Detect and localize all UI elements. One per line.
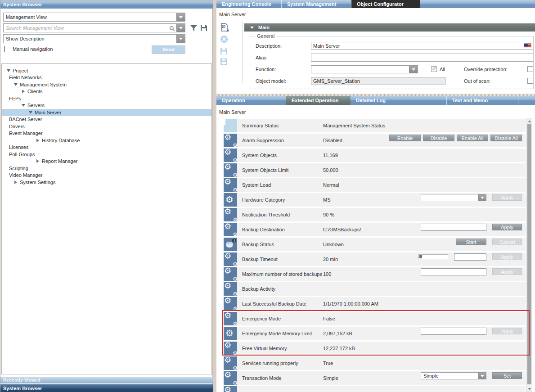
tree-item-field-networks[interactable]: Field Networks (2, 74, 211, 81)
expander-closed-icon[interactable] (20, 90, 27, 93)
slider-thumb[interactable] (419, 255, 422, 258)
backup-timeout-slider[interactable] (418, 254, 448, 259)
tree-item-report-manager[interactable]: Report Manager (2, 158, 211, 165)
tab-operation[interactable]: Operation (216, 96, 286, 105)
save-icon[interactable] (220, 47, 230, 56)
tree-item-clients[interactable]: Clients (2, 88, 211, 95)
property-row-emergency-mode[interactable]: ⚙⚙ Emergency Mode False (224, 312, 526, 325)
expander-closed-icon[interactable] (13, 180, 19, 184)
show-description-selector[interactable]: Show Description (3, 34, 185, 43)
tree-item-project[interactable]: Project (2, 67, 211, 74)
expander-open-icon[interactable] (5, 69, 12, 72)
property-row-notification-threshold[interactable]: ⚙⚙ Notification Threshold 90 % (224, 208, 526, 221)
tree-item-licenses[interactable]: Licenses (2, 144, 211, 151)
property-row-system-objects-limit[interactable]: ⚙⚙ System Objects Limit 50,000 (224, 163, 526, 177)
search-input[interactable] (4, 24, 170, 32)
property-row-hardware-category[interactable]: ⚙ Hardware Category MS Apply (224, 193, 526, 207)
out-of-scan-checkbox[interactable] (527, 78, 533, 84)
disable-all-button[interactable]: Disable All (490, 135, 522, 141)
search-box[interactable] (3, 23, 185, 32)
emergency-memory-limit-input[interactable] (421, 328, 486, 335)
expander-open-icon[interactable] (20, 104, 27, 107)
tree-item-system-settings[interactable]: System Settings (2, 179, 211, 186)
apply-button[interactable]: Apply (492, 253, 522, 260)
tab-engineering-console[interactable]: Engineering Console (216, 0, 282, 8)
cancel-edit-icon[interactable] (220, 35, 230, 44)
dropdown-button[interactable] (478, 194, 486, 201)
apply-button[interactable]: Apply (492, 268, 522, 275)
property-row-alarm-suppression[interactable]: ⚙⚙ Alarm Suppression Disabled Enable Dis… (224, 134, 526, 147)
collapse-icon[interactable] (250, 27, 254, 29)
tab-extended-operation[interactable]: Extended Operation (286, 96, 351, 105)
tree-item-bacnet-server[interactable]: BACnet Server (2, 116, 211, 123)
view-selector[interactable]: Management View (3, 13, 185, 22)
all-checkbox[interactable]: ✓ (431, 66, 437, 72)
description-input[interactable] (311, 42, 533, 50)
property-row-backup-destination[interactable]: ⚙⚙ Backup Destination C:/GMSBackups/ App… (224, 223, 526, 236)
tab-text-and-memo[interactable]: Text and Memo (447, 96, 518, 105)
property-row-backup-timeout[interactable]: ⚙⚙ Backup Timeout 20 min Apply (224, 252, 526, 266)
send-button[interactable]: Send (152, 45, 185, 54)
tree-item-main-server[interactable]: Main Server (2, 109, 211, 116)
expander-closed-icon[interactable] (35, 139, 41, 142)
tree-item-scripting[interactable]: Scripting (2, 165, 211, 172)
property-row-services-running-properly[interactable]: ⚙⚙ Services running properly True (224, 356, 526, 370)
tree-item-history-database[interactable]: History Database (2, 137, 211, 144)
tree-item-video-manager[interactable]: Video Manager (2, 172, 211, 179)
tree-item-drivers[interactable]: Drivers (2, 123, 211, 130)
property-row-last-successful-backup[interactable]: ⚙⚙ Last Successful Backup Date 1/1/1970 … (224, 297, 526, 311)
property-row-backup-activity[interactable]: ⚙⚙ Backup Activity (224, 282, 526, 296)
expander-closed-icon[interactable] (35, 159, 41, 163)
scroll-down-button[interactable] (527, 386, 532, 392)
dropdown-button[interactable] (478, 373, 486, 379)
search-icon[interactable] (170, 26, 174, 30)
property-row-max-stored-backups[interactable]: ⚙⚙ Maximum number of stored backups 100 … (224, 267, 526, 281)
save-view-icon[interactable] (200, 24, 207, 32)
enable-all-button[interactable]: Enable All (457, 135, 488, 141)
tree-item-management-system[interactable]: Management System (2, 81, 211, 88)
apply-button[interactable]: Apply (492, 224, 522, 230)
property-row-system-objects[interactable]: ⚙⚙ System Objects 11,169 (224, 149, 526, 162)
export-object-icon[interactable] (220, 23, 230, 32)
backup-destination-input[interactable] (421, 224, 486, 231)
disable-button[interactable]: Disable (423, 135, 454, 141)
function-dropdown-button[interactable] (409, 66, 418, 73)
apply-button[interactable]: Apply (492, 194, 522, 201)
backup-timeout-input[interactable] (454, 253, 486, 261)
cancel-button[interactable]: Cancel (492, 239, 522, 245)
hardware-category-selector[interactable] (421, 194, 486, 201)
expander-open-icon[interactable] (27, 111, 34, 114)
expander-open-icon[interactable] (13, 83, 19, 86)
manual-navigation-checkbox[interactable] (4, 46, 5, 52)
start-button[interactable]: Start (456, 239, 486, 245)
property-row-transaction-mode[interactable]: ⚙⚙ Transaction Mode Simple Simple Set (224, 371, 526, 385)
search-dropdown-button[interactable] (176, 24, 185, 32)
alias-input[interactable] (311, 54, 533, 62)
property-row-system-load[interactable]: ⚙⚙ System Load Normal (224, 178, 526, 192)
tab-detailed-log[interactable]: Detailed Log (351, 96, 447, 105)
property-row-free-virtual-memory[interactable]: ⚙⚙ Free Virtual Memory 12,237,172 kB (224, 342, 526, 355)
recently-viewed-bar[interactable]: Recently Viewed (0, 377, 213, 383)
tree-item-feps[interactable]: FEPs (2, 95, 211, 102)
tree-item-poll-groups[interactable]: Poll Groups (2, 151, 211, 158)
tree-item-servers[interactable]: Servers (2, 102, 211, 109)
tree-item-event-manager[interactable]: Event Manager (2, 130, 211, 137)
vertical-scrollbar[interactable] (526, 118, 532, 392)
save-all-icon[interactable] (220, 58, 230, 67)
show-description-dropdown-button[interactable] (176, 35, 185, 43)
filter-icon[interactable] (190, 24, 198, 32)
tab-object-configurator[interactable]: Object Configurator (351, 0, 420, 8)
property-row-summary-status[interactable]: Summary Status Management System Status (224, 119, 526, 132)
override-protection-checkbox[interactable] (527, 66, 533, 72)
property-row-backup-status[interactable]: ! Backup Status Unknown Start Cancel (224, 238, 526, 251)
set-button[interactable]: Set (492, 372, 522, 379)
max-backups-input[interactable] (421, 268, 486, 275)
property-row-emergency-mode-memory-limit[interactable]: ⚙ Emergency Mode Memory Limit 2,097,152 … (224, 327, 526, 340)
enable-button[interactable]: Enable (389, 135, 421, 141)
transaction-mode-selector[interactable]: Simple (421, 372, 486, 379)
scroll-up-button[interactable] (527, 118, 532, 124)
main-section-header[interactable]: Main (244, 23, 535, 32)
system-browser-bar[interactable]: System Browser (0, 384, 213, 392)
scrollbar-thumb[interactable] (527, 124, 531, 384)
property-row-partial[interactable]: ⚙⚙ (224, 386, 526, 392)
